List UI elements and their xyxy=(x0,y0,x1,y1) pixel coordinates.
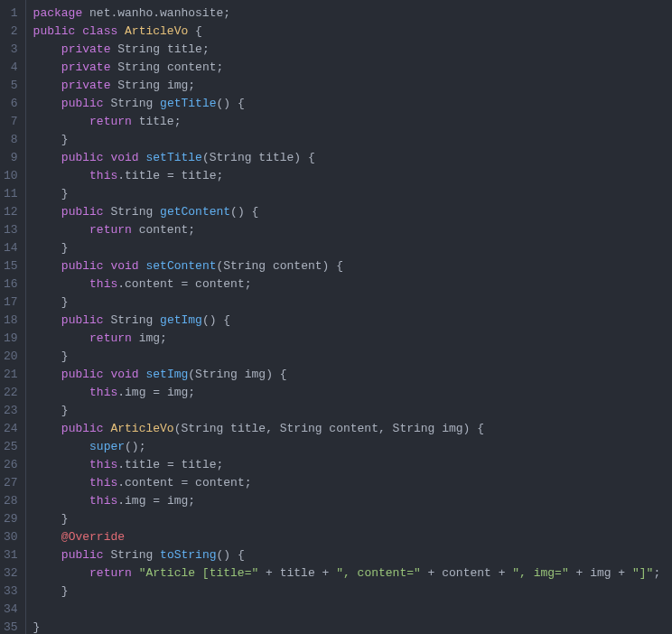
code-line[interactable]: public void setTitle(String title) { xyxy=(33,149,665,167)
line-number-gutter: 1234567891011121314151617181920212223242… xyxy=(0,0,26,634)
line-number: 8 xyxy=(4,131,18,149)
code-line[interactable]: public class ArticleVo { xyxy=(33,23,665,41)
line-number: 6 xyxy=(4,95,18,113)
line-number: 26 xyxy=(4,456,18,474)
line-number: 33 xyxy=(4,583,18,601)
line-number: 32 xyxy=(4,564,18,583)
line-number: 19 xyxy=(4,330,18,348)
code-line[interactable]: return "Article [title=" + title + ", co… xyxy=(33,564,665,583)
code-line[interactable]: public void setImg(String img) { xyxy=(33,366,665,384)
line-number: 17 xyxy=(4,294,18,312)
line-number: 13 xyxy=(4,221,18,239)
line-number: 34 xyxy=(4,601,18,619)
line-number: 27 xyxy=(4,474,18,492)
line-number: 29 xyxy=(4,510,18,528)
code-line[interactable]: public ArticleVo(String title, String co… xyxy=(33,420,665,438)
line-number: 2 xyxy=(4,23,18,41)
code-line[interactable]: public void setContent(String content) { xyxy=(33,257,665,275)
line-number: 22 xyxy=(4,384,18,402)
code-line[interactable]: this.title = title; xyxy=(33,456,665,474)
line-number: 16 xyxy=(4,275,18,294)
code-line[interactable]: } xyxy=(33,131,665,149)
code-area[interactable]: package net.wanho.wanhosite;public class… xyxy=(26,0,672,634)
line-number: 28 xyxy=(4,492,18,510)
code-line[interactable]: } xyxy=(33,619,665,634)
line-number: 15 xyxy=(4,257,18,275)
line-number: 1 xyxy=(4,5,18,23)
code-line[interactable]: } xyxy=(33,402,665,420)
code-line[interactable]: this.content = content; xyxy=(33,275,665,294)
code-line[interactable]: } xyxy=(33,583,665,601)
code-line[interactable]: @Override xyxy=(33,528,665,546)
code-line[interactable]: this.img = img; xyxy=(33,492,665,510)
code-line[interactable]: this.content = content; xyxy=(33,474,665,492)
code-line[interactable]: } xyxy=(33,294,665,312)
code-line[interactable]: package net.wanho.wanhosite; xyxy=(33,5,665,23)
line-number: 24 xyxy=(4,420,18,438)
code-line[interactable]: } xyxy=(33,510,665,528)
code-line[interactable]: public String getContent() { xyxy=(33,203,665,221)
code-line[interactable] xyxy=(33,601,665,619)
code-line[interactable]: } xyxy=(33,348,665,366)
line-number: 14 xyxy=(4,239,18,257)
code-line[interactable]: this.title = title; xyxy=(33,167,665,185)
code-line[interactable]: return content; xyxy=(33,221,665,239)
code-line[interactable]: public String toString() { xyxy=(33,546,665,564)
code-line[interactable]: public String getTitle() { xyxy=(33,95,665,113)
code-line[interactable]: private String title; xyxy=(33,41,665,59)
code-line[interactable]: this.img = img; xyxy=(33,384,665,402)
line-number: 18 xyxy=(4,312,18,330)
code-line[interactable]: private String img; xyxy=(33,77,665,95)
line-number: 31 xyxy=(4,546,18,564)
code-line[interactable]: return title; xyxy=(33,113,665,131)
line-number: 20 xyxy=(4,348,18,366)
line-number: 4 xyxy=(4,59,18,77)
line-number: 23 xyxy=(4,402,18,420)
code-editor: 1234567891011121314151617181920212223242… xyxy=(0,0,672,634)
line-number: 12 xyxy=(4,203,18,221)
line-number: 9 xyxy=(4,149,18,167)
line-number: 10 xyxy=(4,167,18,185)
line-number: 35 xyxy=(4,619,18,634)
line-number: 30 xyxy=(4,528,18,546)
line-number: 7 xyxy=(4,113,18,131)
code-line[interactable]: public String getImg() { xyxy=(33,312,665,330)
code-line[interactable]: private String content; xyxy=(33,59,665,77)
code-line[interactable]: return img; xyxy=(33,330,665,348)
line-number: 25 xyxy=(4,438,18,456)
line-number: 3 xyxy=(4,41,18,59)
code-line[interactable]: super(); xyxy=(33,438,665,456)
line-number: 5 xyxy=(4,77,18,95)
code-line[interactable]: } xyxy=(33,185,665,203)
line-number: 21 xyxy=(4,366,18,384)
code-line[interactable]: } xyxy=(33,239,665,257)
line-number: 11 xyxy=(4,185,18,203)
